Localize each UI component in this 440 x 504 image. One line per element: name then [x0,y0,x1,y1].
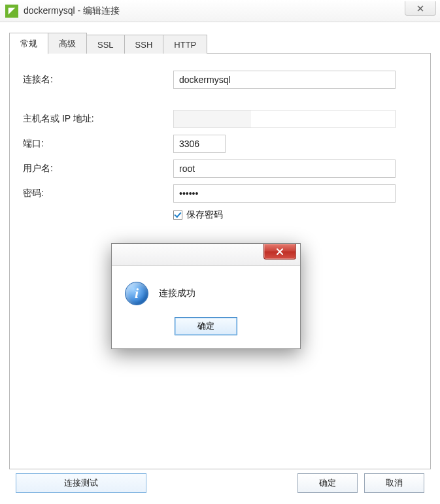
dialog-close-button[interactable] [263,244,296,260]
window-title: dockermysql - 编辑连接 [24,5,120,17]
window-close-button[interactable] [405,1,436,16]
row-save-password: 保存密码 [173,209,417,221]
tab-advanced[interactable]: 高级 [48,33,87,54]
app-icon [5,5,18,18]
close-icon [275,248,284,256]
tab-label: 常规 [20,39,37,48]
host-input[interactable] [173,110,396,128]
button-label: 确定 [197,320,214,332]
tab-ssh[interactable]: SSH [125,35,164,54]
tab-label: HTTP [174,40,196,50]
button-group-right: 确定 取消 [297,473,424,493]
info-icon: i [125,282,148,305]
dialog-footer: 确定 [112,312,300,348]
row-password: 密码: [23,184,417,203]
titlebar: dockermysql - 编辑连接 [0,0,440,22]
connection-name-input[interactable] [173,71,396,89]
ok-button[interactable]: 确定 [297,473,358,493]
label-username: 用户名: [23,163,173,175]
label-password: 密码: [23,188,173,199]
test-connection-button[interactable]: 连接测试 [16,473,146,493]
dialog-body: i 连接成功 [112,266,300,312]
dialog-titlebar [112,244,300,266]
label-save-password: 保存密码 [186,209,223,221]
label-host: 主机名或 IP 地址: [23,113,173,125]
close-icon [416,5,424,12]
save-password-checkbox[interactable] [173,210,182,220]
dialog-message: 连接成功 [159,288,195,299]
button-label: 连接测试 [64,477,98,489]
row-connection-name: 连接名: [23,71,417,89]
tabstrip: 常规 高级 SSL SSH HTTP [9,34,431,54]
password-input[interactable] [173,184,396,203]
label-port: 端口: [23,138,173,150]
navicat-icon [7,7,16,16]
username-input[interactable] [173,160,396,178]
button-label: 确定 [319,477,336,489]
button-label: 取消 [386,477,403,489]
row-host: 主机名或 IP 地址: [23,110,417,128]
row-username: 用户名: [23,160,417,178]
cancel-button[interactable]: 取消 [364,473,424,493]
label-connection-name: 连接名: [23,74,173,86]
tab-label: 高级 [59,39,76,48]
tab-label: SSL [97,40,114,50]
message-dialog: i 连接成功 确定 [111,243,301,349]
tab-general[interactable]: 常规 [9,33,48,54]
row-port: 端口: [23,135,417,153]
tab-ssl[interactable]: SSL [87,35,125,54]
window-controls [405,0,440,22]
dialog-ok-button[interactable]: 确定 [175,317,237,335]
port-input[interactable] [173,135,226,153]
tab-label: SSH [135,40,153,50]
tab-http[interactable]: HTTP [163,35,207,54]
bottom-bar: 连接测试 确定 取消 [9,469,431,497]
